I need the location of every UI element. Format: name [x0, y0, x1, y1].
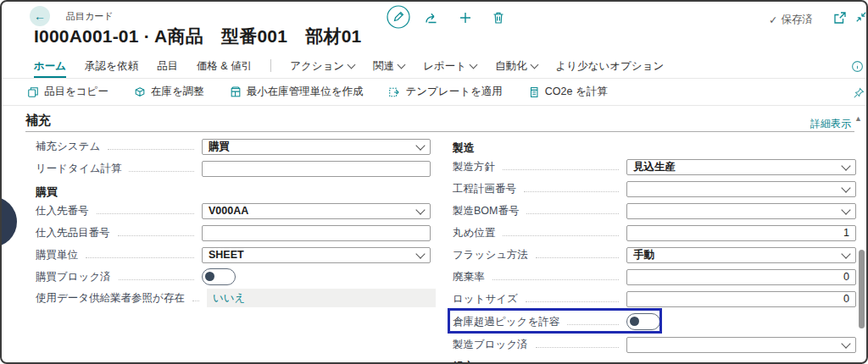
share-icon [425, 11, 438, 25]
field-label: 仕入先品目番号 [36, 226, 110, 240]
field-row: 製造方針 見込生産 [453, 157, 856, 176]
dotted-leader [503, 235, 619, 236]
flushing-method-select[interactable]: 手動 [626, 247, 856, 263]
field-row: 購買ブロック済 [36, 267, 431, 286]
field-row: 仕入先品目番号 [36, 223, 431, 242]
dotted-leader [86, 257, 194, 258]
subsection-header: 購買 [36, 183, 58, 201]
create-sku-icon [230, 86, 242, 98]
share-button[interactable] [425, 11, 438, 25]
vendor-item-no-input[interactable] [202, 225, 431, 241]
chevron-down-icon [841, 249, 850, 258]
allow-warehouse-overpick-toggle[interactable] [626, 313, 660, 330]
dotted-leader [536, 257, 619, 258]
dotted-leader [526, 213, 619, 214]
tab-fewer-options[interactable]: より少ないオプション [556, 52, 665, 78]
field-row: 丸め位置 1 [453, 223, 856, 242]
scrap-percent-input[interactable]: 0 [626, 269, 856, 285]
tab-home[interactable]: ホーム [34, 52, 66, 78]
section-title: 補充 [25, 113, 51, 129]
field-label: 使用データ供給業者参照が存在 [36, 291, 185, 306]
tab-actions[interactable]: アクション [290, 52, 354, 78]
routing-no-select[interactable] [626, 181, 856, 197]
tab-request-approval[interactable]: 承認を依頼 [85, 52, 138, 78]
tab-automation[interactable]: 自動化 [495, 52, 537, 78]
field-label: 丸め位置 [453, 226, 495, 240]
dotted-leader [536, 347, 619, 348]
tab-reports[interactable]: レポート [423, 52, 476, 78]
scroll-up-arrow[interactable]: ▲ [854, 114, 862, 123]
new-button[interactable] [459, 11, 472, 25]
adjust-inventory-icon [134, 86, 146, 98]
field-label: 仕入先番号 [36, 204, 89, 218]
edit-button[interactable] [387, 5, 410, 29]
back-button[interactable]: ← [30, 6, 50, 26]
field-label: 工程計画番号 [453, 182, 516, 196]
section-divider [25, 131, 854, 132]
tab-related[interactable]: 関連 [373, 52, 404, 78]
save-status-label: 保存済 [781, 13, 813, 27]
production-bom-no-select[interactable] [626, 203, 856, 219]
field-row: 仕入先番号 V000AA [36, 201, 431, 220]
manufacturing-blocked-select[interactable] [626, 337, 856, 353]
apply-template-icon [388, 86, 400, 98]
dotted-leader [503, 169, 619, 170]
chevron-down-icon [841, 205, 850, 214]
dotted-leader [524, 191, 619, 192]
trash-icon [492, 11, 505, 25]
page-caption: 品目カード [66, 10, 114, 23]
replenishment-system-select[interactable]: 購買 [202, 139, 431, 155]
dotted-leader [526, 301, 619, 302]
field-row: 使用データ供給業者参照が存在 いいえ [36, 289, 431, 307]
field-row: フラッシュ方法 手動 [453, 245, 856, 264]
adjust-inventory-button[interactable]: 在庫を調整 [134, 85, 204, 99]
manufacturing-policy-select[interactable]: 見込生産 [626, 159, 856, 175]
collapse-button[interactable] [855, 11, 867, 23]
field-row: 補充システム 購買 [36, 137, 431, 156]
field-label: 製造BOM番号 [453, 204, 519, 218]
purchase-unit-select[interactable]: SHEET [202, 247, 431, 263]
vendor-no-select[interactable]: V000AA [202, 203, 431, 219]
back-arrow-icon: ← [34, 9, 46, 23]
side-panel-handle[interactable] [0, 196, 17, 247]
copy-icon [27, 86, 39, 98]
scrollbar-thumb[interactable] [859, 250, 865, 328]
lot-size-input[interactable]: 0 [626, 291, 856, 307]
dotted-leader [192, 301, 199, 301]
lead-time-input[interactable] [202, 161, 431, 177]
field-row: 購買単位 SHEET [36, 245, 431, 264]
dotted-leader [118, 235, 195, 236]
collapse-arrows-icon [855, 11, 867, 23]
pin-button[interactable] [853, 87, 865, 99]
show-more-link[interactable]: 詳細表示 [810, 117, 851, 131]
rounding-precision-input[interactable]: 1 [626, 225, 856, 241]
open-in-window-icon [833, 11, 847, 25]
chevron-down-icon [398, 61, 406, 69]
field-label: リードタイム計算 [36, 162, 121, 176]
delete-button[interactable] [492, 11, 505, 25]
chevron-down-icon [530, 61, 538, 69]
subsection-header: 組立 [453, 357, 475, 364]
tab-prices-discounts[interactable]: 価格 & 値引 [197, 52, 252, 78]
chevron-down-icon [841, 161, 850, 170]
field-row: 廃棄率 0 [453, 267, 856, 286]
pin-icon [853, 87, 865, 99]
page-title: I000A001-01 · A商品 型番001 部材01 [34, 25, 361, 48]
pencil-icon [387, 5, 410, 29]
popout-button[interactable] [833, 11, 847, 25]
chevron-down-icon [841, 339, 850, 348]
calculate-co2e-button[interactable]: CO2e を計算 [528, 85, 608, 99]
copy-item-button[interactable]: 品目をコピー [27, 85, 108, 99]
field-row: リードタイム計算 [36, 159, 431, 178]
field-label: 製造方針 [453, 160, 495, 174]
purchasing-blocked-toggle[interactable] [202, 268, 236, 285]
chevron-down-icon [470, 61, 478, 69]
dotted-leader [492, 279, 620, 280]
info-button[interactable] [851, 60, 864, 73]
create-sku-button[interactable]: 最小在庫管理単位を作成 [230, 85, 364, 99]
apply-template-button[interactable]: テンプレートを適用 [388, 85, 502, 99]
dotted-leader [108, 149, 194, 150]
tab-divider [270, 59, 271, 72]
tab-item[interactable]: 品目 [157, 52, 178, 78]
chevron-down-icon [415, 249, 425, 258]
